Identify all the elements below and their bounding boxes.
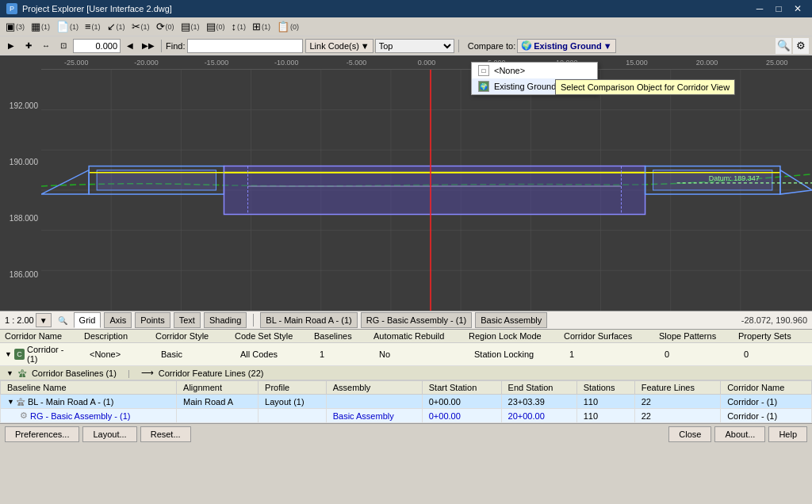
bl-stations-2: 110 (576, 409, 634, 423)
dropdown-none[interactable]: □ <None> (472, 63, 597, 78)
tb-btn-10[interactable]: ↕(1) (229, 19, 249, 35)
y-label-192: 192.000 (3, 101, 38, 110)
zoom-dropdown-btn[interactable]: ▼ (36, 313, 52, 327)
nav-prev[interactable]: ◀ (122, 38, 138, 54)
find-label: Find: (166, 41, 185, 51)
tb-btn-2[interactable]: ▦(1) (29, 19, 52, 35)
tb-btn-4[interactable]: ≡(1) (82, 19, 103, 35)
search-button[interactable]: 🔍 (776, 38, 791, 54)
find-input[interactable] (187, 39, 303, 53)
x-tick-6: 0.000 (392, 59, 462, 67)
th-baseline-name: Baseline Name (1, 381, 177, 395)
segment-3[interactable]: Basic Assembly (475, 312, 547, 328)
preferences-button[interactable]: Preferences... (5, 426, 79, 442)
bl-corridor-1: Corridor - (1) (721, 395, 812, 409)
tb-btn-11[interactable]: ⊞(1) (250, 19, 273, 35)
toolbar-row-1: ▣(3) ▦(1) 📄(1) ≡(1) ↙(1) ✂(1) ⟳(0) ▤(1) … (0, 17, 812, 36)
tb-btn-9[interactable]: ▤(0) (204, 19, 228, 35)
x-tick-4: -10.000 (251, 59, 321, 67)
settings-button[interactable]: ⚙ (793, 38, 809, 54)
zoom-in-btn[interactable]: 🔍 (55, 312, 71, 328)
baselines-sep: | (128, 368, 130, 378)
bl-corridor-2: Corridor - (1) (721, 409, 812, 423)
x-tick-10: 20.000 (672, 59, 741, 67)
bl-row-icon-1: ▼ 🛣 BL - Main Road A - (1) (7, 397, 113, 407)
th-corridor-name: Corridor Name (721, 381, 812, 395)
close-button[interactable]: ✕ (790, 2, 806, 15)
link-code-label: Link Code(s) (309, 41, 358, 51)
th-start-station: Start Station (422, 381, 501, 395)
help-button[interactable]: Help (768, 426, 807, 442)
link-code-arrow: ▼ (361, 41, 370, 51)
baselines-title: Corridor Baselines (1) (32, 368, 117, 378)
corridor-surfaces-cell: 1 (569, 349, 649, 359)
about-button[interactable]: About... (714, 426, 765, 442)
tb-btn-5[interactable]: ↙(1) (105, 19, 128, 35)
eg-icon: 🌍 (478, 81, 489, 92)
bl-start-2: 0+00.00 (422, 409, 501, 423)
corridor-rebuild-cell: No (379, 349, 458, 359)
tooltip-box: Select Comparison Object for Corridor Vi… (555, 79, 735, 95)
tab-grid[interactable]: Grid (74, 312, 102, 328)
tb-btn-3[interactable]: 📄(1) (54, 19, 81, 35)
bl-icon-1: 🛣 (17, 397, 25, 407)
tab-shading[interactable]: Shading (204, 312, 247, 328)
th-assembly: Assembly (326, 381, 422, 395)
top-dropdown[interactable]: Top (375, 39, 454, 53)
corridor-property-cell: 0 (744, 349, 807, 359)
tb-btn-1[interactable]: ▣(3) (3, 19, 27, 35)
corridor-icon: C (14, 349, 25, 360)
baseline-row-1[interactable]: ▼ 🛣 BL - Main Road A - (1) Main Road A L… (1, 395, 812, 409)
baselines-table: Baseline Name Alignment Profile Assembly… (0, 380, 812, 423)
baseline-row-2[interactable]: ⚙ RG - Basic Assembly - (1) Basic Assemb… (1, 409, 812, 423)
segment-2[interactable]: RG - Basic Assembly - (1) (361, 312, 473, 328)
app-icon: P (6, 3, 17, 14)
x-tick-2: -20.000 (111, 59, 181, 67)
link-code-button[interactable]: Link Code(s) ▼ (305, 39, 373, 53)
corridor-svg: Datum: 189.347 (41, 70, 812, 311)
pick-btn[interactable]: ✚ (21, 38, 36, 54)
y-label-188: 188.000 (3, 214, 38, 223)
compare-label: Compare to: (468, 41, 516, 51)
nav-next[interactable]: ▶▶ (140, 38, 157, 54)
existing-ground-button[interactable]: 🌍 Existing Ground ▼ (517, 39, 615, 53)
tab-axis[interactable]: Axis (104, 312, 132, 328)
maximize-button[interactable]: □ (771, 2, 787, 15)
zoom-extents-btn[interactable]: ⊡ (56, 38, 71, 54)
bl-profile-1: Layout (1) (259, 395, 327, 409)
tb-btn-7[interactable]: ⟳(0) (154, 19, 177, 35)
y-label-186: 186.000 (3, 270, 38, 279)
value-input[interactable]: 0.000 (73, 39, 121, 53)
minimize-button[interactable]: ─ (752, 2, 768, 15)
reset-button[interactable]: Reset... (140, 426, 191, 442)
th-profile: Profile (259, 381, 327, 395)
corridor-area: Corridor Name Description Corridor Style… (0, 330, 812, 423)
tb-btn-8[interactable]: ▤(1) (178, 19, 202, 35)
tb-btn-12[interactable]: 📋(0) (274, 19, 301, 35)
x-tick-3: -15.000 (182, 59, 251, 67)
sep-view (253, 314, 254, 326)
feature-lines-title: Corridor Feature Lines (22) (159, 368, 264, 378)
bl-start-1: 0+00.00 (422, 395, 501, 409)
corridor-data-row[interactable]: ▼ C Corridor - (1) <None> Basic All Code… (0, 343, 812, 366)
y-label-190: 190.000 (3, 158, 38, 166)
toolbar-row-2: ▶ ✚ ↔ ⊡ 0.000 ◀ ▶▶ Find: Link Code(s) ▼ … (0, 36, 812, 55)
existing-ground-icon: 🌍 (521, 40, 532, 51)
status-bar: Preferences... Layout... Reset... Close … (0, 423, 812, 444)
bl-assembly-1 (326, 395, 422, 409)
pan-btn[interactable]: ↔ (38, 38, 54, 54)
close-button[interactable]: Close (668, 426, 711, 442)
tab-points[interactable]: Points (135, 312, 170, 328)
status-right-buttons: Close About... Help (668, 426, 807, 442)
layout-button[interactable]: Layout... (82, 426, 136, 442)
tb-btn-6[interactable]: ✂(1) (129, 19, 152, 35)
tab-text[interactable]: Text (174, 312, 201, 328)
bl-features-2: 22 (634, 409, 720, 423)
segment-1[interactable]: BL - Main Road A - (1) (260, 312, 357, 328)
x-tick-1: -25.000 (41, 59, 111, 67)
svg-marker-26 (41, 170, 89, 194)
select-btn[interactable]: ▶ (3, 38, 19, 54)
bl-features-1: 22 (634, 395, 720, 409)
bl-stations-1: 110 (576, 395, 634, 409)
find-area: Find: Link Code(s) ▼ (166, 39, 373, 53)
